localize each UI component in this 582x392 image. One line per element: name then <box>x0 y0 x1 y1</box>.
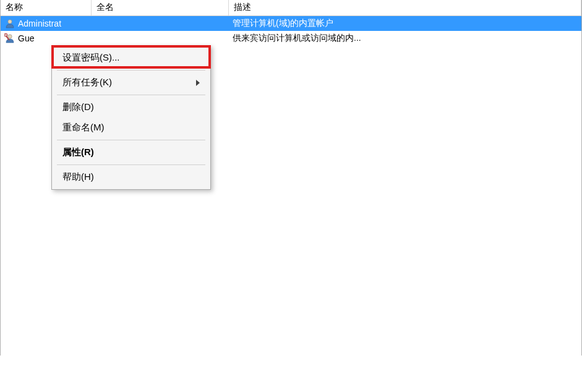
user-description-label: 管理计算机(域)的内置帐户 <box>229 18 581 29</box>
menu-separator <box>57 164 205 165</box>
svg-point-0 <box>8 20 12 23</box>
user-name-label: Gue <box>18 33 34 43</box>
menu-item-set-password[interactable]: 设置密码(S)... <box>54 48 208 68</box>
user-row-administrator[interactable]: Administrat 管理计算机(域)的内置帐户 <box>1 16 581 31</box>
svg-point-1 <box>8 35 12 38</box>
user-description-label: 供来宾访问计算机或访问域的内... <box>229 33 581 44</box>
menu-item-properties[interactable]: 属性(R) <box>54 142 208 163</box>
menu-item-delete[interactable]: 删除(D) <box>54 97 208 117</box>
menu-item-all-tasks[interactable]: 所有任务(K) <box>54 72 208 93</box>
chevron-right-icon <box>196 80 200 86</box>
column-header-name[interactable]: 名称 <box>1 0 92 15</box>
user-icon <box>4 18 15 29</box>
user-name-label: Administrat <box>18 19 61 28</box>
menu-item-rename[interactable]: 重命名(M) <box>54 117 208 138</box>
context-menu: 设置密码(S)... 所有任务(K) 删除(D) 重命名(M) 属性(R) 帮助… <box>51 45 211 190</box>
menu-item-help[interactable]: 帮助(H) <box>54 167 208 187</box>
column-header-description[interactable]: 描述 <box>229 0 581 15</box>
user-icon <box>4 33 15 44</box>
column-header-row: 名称 全名 描述 <box>1 0 581 16</box>
menu-separator <box>57 95 205 95</box>
menu-separator <box>57 70 205 70</box>
menu-separator <box>57 140 205 140</box>
user-row-guest[interactable]: Gue 供来宾访问计算机或访问域的内... <box>1 31 581 46</box>
column-header-fullname[interactable]: 全名 <box>92 0 229 15</box>
